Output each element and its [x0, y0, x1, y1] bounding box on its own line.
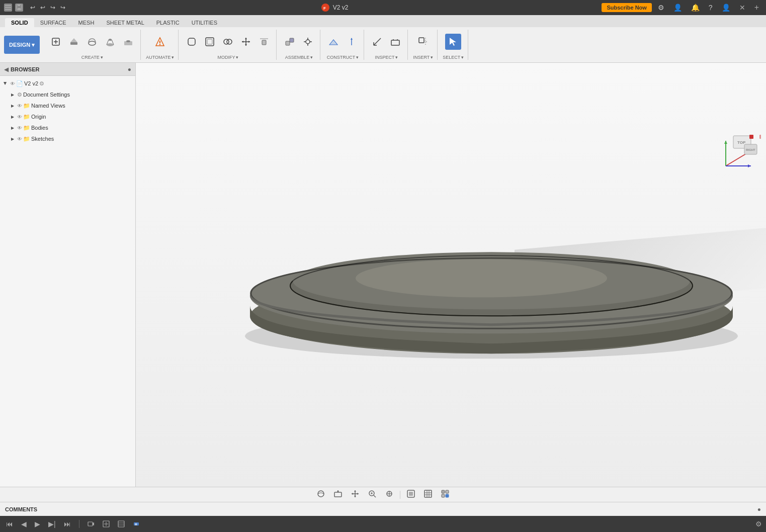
render-settings-button[interactable]: [439, 488, 452, 501]
hole-button[interactable]: [120, 34, 136, 50]
svg-rect-11: [70, 42, 77, 45]
insert-label[interactable]: INSERT▾: [413, 55, 433, 60]
undo-button-2[interactable]: ↩: [38, 3, 47, 12]
loft-button[interactable]: [102, 34, 118, 50]
timeline-fit-button[interactable]: [101, 518, 112, 529]
tree-item-origin[interactable]: ▶ 👁 📁 Origin: [7, 111, 135, 122]
notification-icon-btn[interactable]: 🔔: [688, 3, 703, 13]
shell-button[interactable]: [202, 34, 218, 50]
zoom-button[interactable]: [366, 488, 379, 501]
create-label[interactable]: CREATE▾: [81, 55, 103, 60]
joint-button[interactable]: [300, 34, 316, 50]
tree-item-root[interactable]: ▶ 👁 📄 V2 v2 ⚙: [0, 78, 135, 89]
timeline-prev-button[interactable]: ◀: [19, 519, 29, 529]
save-icon[interactable]: [15, 4, 23, 12]
design-dropdown-button[interactable]: DESIGN ▾: [4, 36, 40, 54]
look-at-button[interactable]: [331, 488, 345, 501]
tree-item-doc-settings[interactable]: ▶ ⚙ Document Settings: [7, 89, 135, 100]
inspect-group: INSPECT▾: [365, 30, 408, 60]
tree-eye-sketches[interactable]: 👁: [16, 135, 23, 142]
svg-point-77: [318, 491, 324, 497]
grid-button[interactable]: [421, 488, 435, 501]
construct-axis-button[interactable]: [344, 34, 360, 50]
svg-marker-86: [357, 493, 359, 495]
extrude-button[interactable]: [66, 34, 82, 50]
app-menu-icon[interactable]: [4, 4, 12, 12]
new-component-button[interactable]: [48, 34, 64, 50]
combine-button[interactable]: [220, 34, 236, 50]
timeline-next-end-button[interactable]: ⏭: [62, 519, 73, 529]
tree-gear-doc-settings: ⚙: [17, 92, 22, 98]
svg-marker-55: [450, 38, 456, 46]
timeline-prev-start-button[interactable]: ⏮: [4, 519, 15, 529]
tree-gear-root[interactable]: ⚙: [39, 80, 44, 87]
svg-rect-0: [5, 5, 11, 6]
tree-eye-root[interactable]: 👁: [9, 80, 16, 87]
insert-button[interactable]: [415, 34, 431, 50]
user-avatar-btn[interactable]: 👤: [719, 3, 733, 13]
toolbar-tabs: SOLID SURFACE MESH SHEET METAL PLASTIC U…: [0, 15, 766, 27]
timeline-next-button[interactable]: ▶|: [46, 519, 58, 529]
tab-solid[interactable]: SOLID: [5, 18, 34, 27]
timeline-zoom-fit-button[interactable]: ▦: [131, 518, 142, 529]
select-icons: [445, 30, 461, 54]
move-button[interactable]: [238, 34, 254, 50]
tree-arrow-doc-settings: ▶: [9, 91, 16, 98]
fit-button[interactable]: [383, 488, 396, 501]
modify-icons: [184, 30, 272, 54]
svg-rect-49: [391, 40, 399, 45]
modify-label[interactable]: MODIFY▾: [217, 55, 238, 60]
tree-item-bodies[interactable]: ▶ 👁 📁 Bodies: [7, 122, 135, 133]
close-button[interactable]: ✕: [736, 3, 748, 13]
select-button[interactable]: [445, 34, 461, 50]
tree-eye-origin[interactable]: 👁: [16, 113, 23, 120]
settings-icon-btn[interactable]: ⚙: [655, 3, 667, 13]
select-label[interactable]: SELECT▾: [443, 55, 464, 60]
construct-label[interactable]: CONSTRUCT▾: [327, 55, 359, 60]
tree-item-named-views[interactable]: ▶ 👁 📁 Named Views: [7, 100, 135, 111]
viewport[interactable]: TOP RIGHT: [136, 63, 766, 487]
timeline-camera-button[interactable]: [86, 518, 97, 529]
revolve-button[interactable]: [84, 34, 100, 50]
assemble-icons: [282, 30, 316, 54]
comments-pin-button[interactable]: ●: [757, 506, 761, 513]
nav-cube[interactable]: TOP RIGHT: [716, 128, 761, 173]
svg-rect-110: [118, 521, 124, 527]
help-icon-btn[interactable]: ?: [706, 3, 716, 13]
fillet-button[interactable]: [184, 34, 200, 50]
redo-button-2[interactable]: ↪: [58, 3, 67, 12]
bottom-separator-1: [400, 491, 400, 499]
account-icon-btn[interactable]: 👤: [670, 3, 685, 13]
tab-surface[interactable]: SURFACE: [34, 18, 72, 27]
subscribe-button[interactable]: Subscribe Now: [602, 3, 651, 12]
automate-button[interactable]: [149, 34, 171, 50]
inspect-label[interactable]: INSPECT▾: [375, 55, 398, 60]
tree-eye-bodies[interactable]: 👁: [16, 124, 23, 131]
assemble-label[interactable]: ASSEMBLE▾: [285, 55, 313, 60]
svg-marker-84: [354, 496, 356, 497]
sidebar-pin-button[interactable]: ●: [128, 66, 131, 73]
redo-button[interactable]: ↪: [48, 3, 57, 12]
measure-button[interactable]: [369, 34, 385, 50]
tree-item-sketches[interactable]: ▶ 👁 📁 Sketches: [7, 133, 135, 144]
orbit-button[interactable]: [314, 488, 327, 501]
tree-eye-named-views[interactable]: 👁: [16, 102, 23, 109]
inspect-button[interactable]: [387, 34, 403, 50]
tab-utilities[interactable]: UTILITIES: [186, 18, 223, 27]
sidebar-collapse-button[interactable]: ◀: [4, 66, 9, 73]
pan-button[interactable]: [349, 488, 362, 501]
align-button[interactable]: [256, 34, 272, 50]
automate-label[interactable]: AUTOMATE▾: [146, 55, 174, 60]
timeline-play-button[interactable]: ▶: [33, 519, 42, 529]
timeline-settings-button[interactable]: ⚙: [755, 520, 762, 528]
display-mode-button[interactable]: [404, 488, 417, 501]
tab-plastic[interactable]: PLASTIC: [150, 18, 186, 27]
timeline-grid-view-button[interactable]: [116, 518, 127, 529]
construct-plane-button[interactable]: [325, 34, 342, 50]
tab-sheet-metal[interactable]: SHEET METAL: [100, 18, 150, 27]
undo-button[interactable]: ↩: [28, 3, 37, 12]
add-tab-button[interactable]: +: [751, 2, 762, 13]
insert-group: INSERT▾: [409, 30, 438, 60]
assemble-button[interactable]: [282, 34, 298, 50]
tab-mesh[interactable]: MESH: [72, 18, 101, 27]
